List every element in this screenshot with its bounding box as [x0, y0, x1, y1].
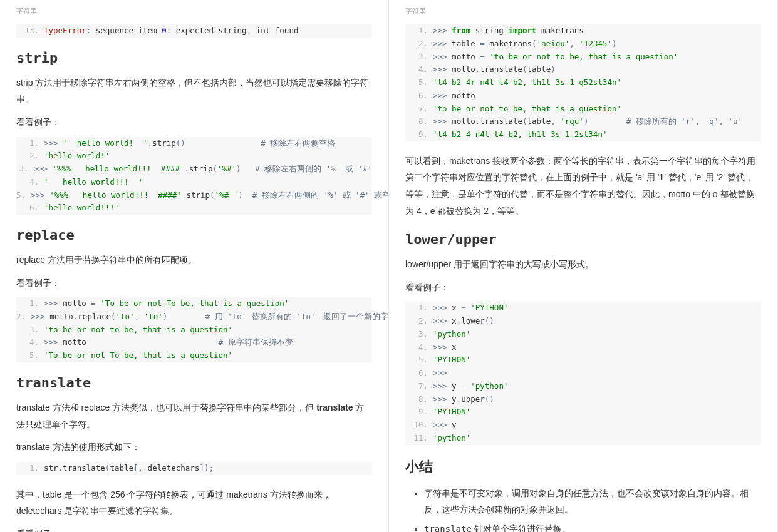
line-number: 8.: [405, 393, 433, 406]
paragraph: 看看例子：: [16, 114, 372, 131]
line-number: 3.: [16, 324, 44, 337]
code-line: >>> motto.replace('To', 'to') # 用 'to' 替…: [31, 310, 389, 324]
line-number: 2.: [16, 310, 31, 324]
code-line: TypeError: sequence item 0: expected str…: [44, 24, 372, 38]
code-line: >>> motto: [433, 90, 761, 103]
section-lower-upper-title: lower/upper: [405, 232, 761, 247]
line-number: 7.: [405, 103, 433, 116]
line-number: 1.: [16, 462, 44, 475]
code-line: >>> motto # 原字符串保持不变: [44, 336, 372, 349]
code-line: >>> y: [433, 419, 761, 432]
line-number: 9.: [405, 128, 433, 141]
line-number: 4.: [16, 176, 44, 189]
code-block-typeerror: 13.TypeError: sequence item 0: expected …: [16, 24, 372, 38]
code-line: >>> x.lower(): [433, 315, 761, 328]
code-line: >>> motto = 'To be or not To be, that is…: [44, 297, 372, 310]
code-line: 't4 b2 4 n4t t4 b2, th1t 3s 1 2st34n': [433, 128, 761, 141]
line-number: 5.: [405, 354, 433, 367]
code-line: 'hello world!!!': [44, 202, 372, 215]
paragraph: 看看例子：: [16, 526, 372, 532]
breadcrumb: 字符串: [405, 6, 761, 16]
code-line: 'PYTHON': [433, 406, 761, 419]
code-line: 'to be or not to be, that is a question': [44, 324, 372, 337]
line-number: 6.: [405, 90, 433, 103]
paragraph: strip 方法用于移除字符串左右两侧的空格，但不包括内部，当然也可以指定需要移…: [16, 74, 372, 108]
code-line: 'hello world!': [44, 150, 372, 163]
line-number: 1.: [405, 24, 433, 38]
left-page: 字符串 13.TypeError: sequence item 0: expec…: [0, 0, 389, 532]
paragraph: 看看例子：: [16, 275, 372, 292]
line-number: 9.: [405, 406, 433, 419]
code-line: >>> '%%% hello world!!! ####'.strip('%#'…: [33, 163, 372, 176]
code-line: >>> motto.translate(table, 'rqu') # 移除所有…: [433, 115, 761, 128]
section-replace-title: replace: [16, 227, 372, 243]
line-number: 1.: [16, 297, 44, 310]
code-line: ' hello world!!! ': [44, 176, 372, 189]
line-number: 7.: [405, 380, 433, 393]
line-number: 3.: [16, 163, 33, 176]
list-item: translate 针对单个字符进行替换。: [424, 521, 761, 532]
code-block-replace: 1.>>> motto = 'To be or not To be, that …: [16, 297, 372, 362]
line-number: 4.: [16, 336, 44, 349]
code-line: >>> x = 'PYTHON': [433, 302, 761, 315]
line-number: 4.: [405, 63, 433, 76]
line-number: 8.: [405, 115, 433, 128]
code-block-translate-sig: 1.str.translate(table[, deletechars]);: [16, 462, 372, 475]
paragraph: 可以看到，maketrans 接收两个参数：两个等长的字符串，表示第一个字符串的…: [405, 153, 761, 219]
paragraph: translate 方法的使用形式如下：: [16, 439, 372, 456]
code-line: 'python': [433, 432, 761, 445]
code-block-strip: 1.>>> ' hello world! '.strip() # 移除左右两侧空…: [16, 137, 372, 215]
line-number: 2.: [405, 38, 433, 51]
line-number: 6.: [16, 202, 44, 215]
breadcrumb: 字符串: [16, 6, 372, 16]
paragraph: replace 方法用于替换字符串中的所有匹配项。: [16, 252, 372, 269]
paragraph: lower/upper 用于返回字符串的大写或小写形式。: [405, 256, 761, 273]
code-line: >>> '%%% hello world!!! ####'.strip('%# …: [31, 189, 389, 202]
paragraph: translate 方法和 replace 方法类似，也可以用于替换字符串中的某…: [16, 399, 372, 432]
code-line: >>> table = maketrans('aeiou', '12345'): [433, 38, 761, 51]
code-line: 'To be or not To be, that is a question': [44, 349, 372, 362]
line-number: 5.: [16, 189, 31, 202]
code-line: >>> ' hello world! '.strip() # 移除左右两侧空格: [44, 137, 372, 150]
section-strip-title: strip: [16, 50, 372, 66]
line-number: 3.: [405, 328, 433, 341]
line-number: 11.: [405, 432, 433, 445]
code-block-maketrans: 1.>>> from string import maketrans2.>>> …: [405, 24, 761, 141]
line-number: 3.: [405, 51, 433, 64]
line-number: 13.: [16, 24, 44, 38]
code-block-lower-upper: 1.>>> x = 'PYTHON'2.>>> x.lower()3.'pyth…: [405, 302, 761, 444]
code-line: >>> y.upper(): [433, 393, 761, 406]
line-number: 2.: [16, 150, 44, 163]
code-line: >>> from string import maketrans: [433, 24, 761, 38]
line-number: 1.: [16, 137, 44, 150]
section-summary-title: 小结: [405, 458, 761, 476]
line-number: 5.: [16, 349, 44, 362]
summary-list: 字符串是不可变对象，调用对象自身的任意方法，也不会改变该对象自身的内容。相反，这…: [419, 485, 761, 532]
code-line: >>> x: [433, 341, 761, 354]
code-line: str.translate(table[, deletechars]);: [44, 462, 372, 475]
line-number: 1.: [405, 302, 433, 315]
code-line: >>>: [433, 367, 761, 380]
code-line: >>> motto = 'to be or not to be, that is…: [433, 51, 761, 64]
paragraph: 看看例子：: [405, 279, 761, 296]
code-line: >>> motto.translate(table): [433, 63, 761, 76]
line-number: 2.: [405, 315, 433, 328]
line-number: 6.: [405, 367, 433, 380]
right-page: 字符串 1.>>> from string import maketrans2.…: [389, 0, 778, 532]
paragraph: 其中，table 是一个包含 256 个字符的转换表，可通过 maketrans…: [16, 486, 372, 519]
line-number: 4.: [405, 341, 433, 354]
line-number: 10.: [405, 419, 433, 432]
list-item: 字符串是不可变对象，调用对象自身的任意方法，也不会改变该对象自身的内容。相反，这…: [424, 485, 761, 518]
code-line: 'PYTHON': [433, 354, 761, 367]
code-line: 'python': [433, 328, 761, 341]
code-line: >>> y = 'python': [433, 380, 761, 393]
code-line: 't4 b2 4r n4t t4 b2, th1t 3s 1 q52st34n': [433, 76, 761, 90]
section-translate-title: translate: [16, 375, 372, 391]
code-line: 'to be or not to be, that is a question': [433, 103, 761, 116]
line-number: 5.: [405, 76, 433, 90]
